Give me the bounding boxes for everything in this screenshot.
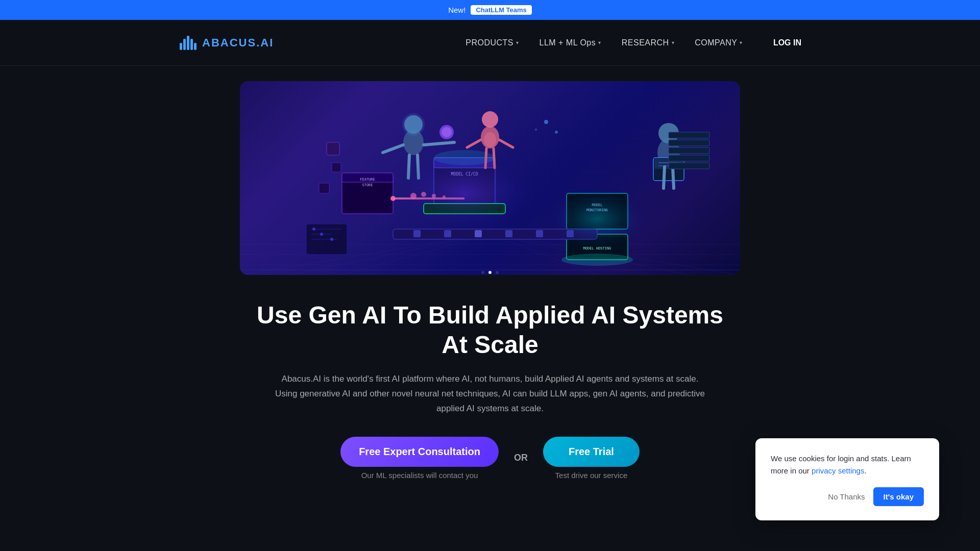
banner-new-label: New! (448, 6, 465, 14)
svg-rect-73 (669, 155, 709, 161)
hero-illustration: MODEL CI/CD FEATURE STORE (240, 81, 740, 275)
svg-point-88 (481, 271, 484, 274)
navbar: ABACUS.AI PRODUCTS ▾ LLM + ML Ops ▾ RESE… (0, 20, 980, 66)
cta-area: Free Expert Consultation Our ML speciali… (250, 437, 730, 480)
consultation-subtext: Our ML specialists will contact you (361, 471, 478, 480)
svg-point-35 (561, 254, 633, 266)
hero-image-bg: MODEL CI/CD FEATURE STORE (240, 81, 740, 275)
content-section: Use Gen AI To Build Applied AI Systems A… (240, 275, 740, 500)
svg-rect-65 (505, 230, 512, 237)
logo-icon (179, 34, 197, 52)
svg-point-68 (388, 153, 541, 234)
consultation-button[interactable]: Free Expert Consultation (340, 437, 499, 467)
products-dropdown-arrow: ▾ (516, 40, 519, 45)
consultation-group: Free Expert Consultation Our ML speciali… (340, 437, 499, 480)
svg-rect-3 (190, 39, 193, 50)
svg-rect-71 (669, 140, 709, 146)
svg-point-44 (482, 111, 498, 128)
svg-rect-72 (669, 147, 709, 154)
nav-item-research[interactable]: RESEARCH ▾ (622, 38, 674, 47)
svg-line-46 (499, 140, 513, 147)
svg-rect-2 (187, 36, 189, 50)
nav-item-llm[interactable]: LLM + ML Ops ▾ (539, 38, 601, 47)
svg-line-45 (467, 140, 481, 147)
svg-rect-58 (327, 142, 339, 155)
company-dropdown-arrow: ▾ (740, 40, 743, 45)
svg-rect-62 (413, 230, 421, 237)
svg-rect-60 (319, 183, 329, 193)
top-banner: New! ChatLLM Teams (0, 0, 980, 20)
svg-point-79 (312, 228, 315, 231)
hero-image-container: MODEL CI/CD FEATURE STORE (240, 81, 740, 275)
svg-point-81 (330, 238, 333, 241)
svg-text:FEATURE: FEATURE (360, 178, 375, 182)
research-dropdown-arrow: ▾ (672, 40, 675, 45)
nav-item-products[interactable]: PRODUCTS ▾ (465, 38, 519, 47)
llm-dropdown-arrow: ▾ (598, 40, 601, 45)
svg-point-85 (555, 131, 558, 134)
svg-rect-66 (536, 230, 543, 237)
svg-line-56 (664, 167, 665, 188)
svg-rect-70 (669, 132, 709, 138)
nav-links: PRODUCTS ▾ LLM + ML Ops ▾ RESEARCH ▾ COM… (465, 38, 801, 47)
svg-point-80 (320, 233, 323, 236)
description-text: Abacus.AI is the world's first AI platfo… (271, 372, 709, 416)
svg-text:STORE: STORE (362, 183, 373, 187)
svg-point-42 (402, 113, 425, 136)
svg-point-89 (488, 271, 492, 274)
banner-link[interactable]: ChatLLM Teams (471, 5, 531, 15)
or-divider: OR (514, 453, 528, 463)
svg-rect-4 (194, 43, 197, 50)
svg-rect-74 (669, 163, 709, 169)
svg-point-69 (546, 188, 648, 249)
privacy-settings-link[interactable]: privacy settings (812, 466, 864, 475)
svg-point-84 (544, 120, 548, 124)
cookie-banner: We use cookies for login and stats. Lear… (755, 438, 939, 520)
nav-item-company[interactable]: COMPANY ▾ (695, 38, 743, 47)
trial-button[interactable]: Free Trial (543, 437, 640, 467)
svg-line-39 (424, 142, 454, 145)
svg-point-49 (484, 132, 496, 147)
trial-subtext: Test drive our service (555, 471, 628, 480)
svg-point-86 (535, 129, 537, 131)
no-thanks-button[interactable]: No Thanks (828, 492, 865, 501)
svg-rect-1 (183, 39, 186, 50)
trial-group: Free Trial Test drive our service (543, 437, 640, 480)
svg-point-90 (496, 271, 499, 274)
login-button[interactable]: LOG IN (773, 38, 801, 47)
svg-point-83 (442, 127, 452, 137)
logo[interactable]: ABACUS.AI (179, 34, 274, 52)
cookie-buttons: No Thanks It's okay (771, 487, 924, 506)
cookie-text: We use cookies for login and stats. Lear… (771, 453, 924, 477)
logo-text: ABACUS.AI (202, 36, 274, 49)
okay-button[interactable]: It's okay (873, 487, 924, 506)
svg-line-38 (383, 145, 403, 153)
svg-rect-59 (332, 163, 341, 172)
main-heading: Use Gen AI To Build Applied AI Systems A… (250, 300, 730, 359)
svg-rect-0 (180, 43, 182, 50)
svg-line-57 (673, 167, 674, 188)
